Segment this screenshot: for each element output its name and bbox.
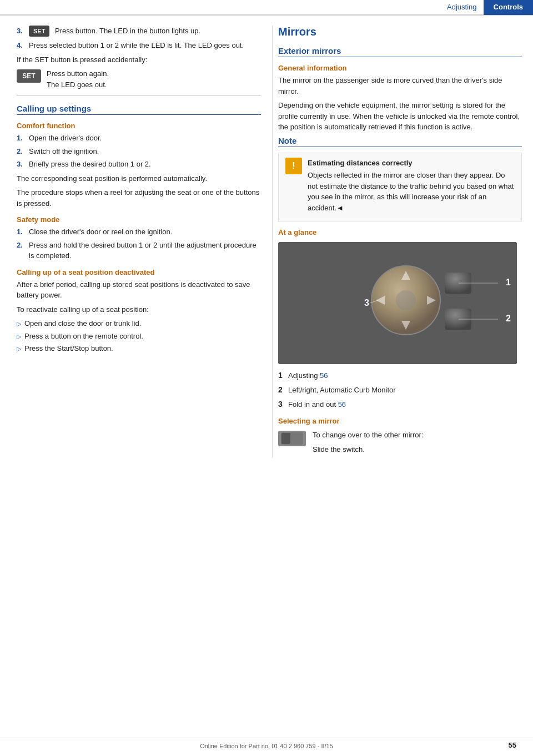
- glance-item3-link[interactable]: 56: [338, 399, 346, 410]
- set-again-block: SET Press button again. The LED goes out…: [17, 68, 261, 90]
- comfort-note1: The corresponding seat position is perfo…: [17, 173, 261, 184]
- general-text2: Depending on the vehicle equipment, the …: [278, 100, 522, 133]
- safety-list: 1. Close the driver's door or reel on th…: [17, 226, 261, 261]
- left-column: 3. SET Press button. The LED in the butt…: [0, 26, 272, 458]
- svg-text:1: 1: [506, 278, 511, 287]
- note-subtitle: Estimating distances correctly: [308, 158, 515, 169]
- mirror-svg: 1 2 3: [278, 242, 517, 364]
- calling-up-title: Calling up settings: [17, 104, 261, 115]
- comfort-note2: The procedure stops when a reel for adju…: [17, 187, 261, 209]
- set-again-text1: Press button again.: [47, 68, 109, 79]
- glance-item3-text: Fold in and out: [288, 399, 336, 410]
- comfort-title: Comfort function: [17, 122, 261, 130]
- safety-step1: 1. Close the driver's door or reel on th…: [17, 226, 261, 238]
- note-text: Objects reflected in the mirror are clos…: [308, 170, 515, 213]
- footer: Online Edition for Part no. 01 40 2 960 …: [0, 738, 533, 749]
- set-again-button[interactable]: SET: [17, 69, 41, 83]
- general-info-title: General information: [278, 64, 522, 72]
- calling-seat-title: Calling up of a seat position deactivate…: [17, 268, 261, 276]
- select-mirror-text: To change over to the other mirror: Slid…: [313, 430, 423, 458]
- selecting-text1: To change over to the other mirror:: [313, 430, 423, 441]
- note-title: Note: [278, 136, 522, 147]
- bullet3: Press the Start/Stop button.: [17, 343, 261, 354]
- glance-item2: 2 Left/right, Automatic Curb Monitor: [278, 384, 522, 396]
- calling-seat-text2: To reactivate calling up of a seat posit…: [17, 304, 261, 315]
- header-adjusting: Adjusting: [440, 0, 483, 15]
- glance-item2-text: Left/right, Automatic Curb Monitor: [288, 385, 396, 396]
- safety-title: Safety mode: [17, 215, 261, 224]
- svg-text:2: 2: [506, 314, 511, 323]
- set-again-text-block: Press button again. The LED goes out.: [47, 68, 109, 90]
- step-3-text: SET Press button. The LED in the button …: [29, 26, 261, 37]
- glance-item1-link[interactable]: 56: [320, 370, 328, 381]
- step-4-num: 4.: [17, 40, 29, 51]
- comfort-step2: 2. Switch off the ignition.: [17, 146, 261, 157]
- main-content: 3. SET Press button. The LED in the butt…: [0, 16, 533, 458]
- select-mirror-row: To change over to the other mirror: Slid…: [278, 430, 522, 458]
- general-text1: The mirror on the passenger side is more…: [278, 75, 522, 97]
- exterior-title: Exterior mirrors: [278, 46, 522, 57]
- mirrors-title: Mirrors: [278, 26, 522, 38]
- glance-item3: 3 Fold in and out 56: [278, 399, 522, 410]
- selecting-title: Selecting a mirror: [278, 417, 522, 425]
- note-box: ! Estimating distances correctly Objects…: [278, 153, 522, 222]
- comfort-list: 1. Open the driver's door. 2. Switch off…: [17, 133, 261, 170]
- calling-seat-text1: After a brief period, calling up stored …: [17, 279, 261, 301]
- safety-step2: 2. Press and hold the desired button 1 o…: [17, 240, 261, 261]
- mirror-image: 1 2 3: [278, 242, 517, 364]
- comfort-step3: 3. Briefly press the desired button 1 or…: [17, 159, 261, 170]
- header-bar: Adjusting Controls: [0, 0, 533, 16]
- warning-icon: !: [285, 158, 302, 174]
- mirror-illustration: 1 2 3: [278, 242, 517, 364]
- svg-text:3: 3: [364, 298, 369, 308]
- page-number: 55: [509, 741, 516, 749]
- step-3-row: 3. SET Press button. The LED in the butt…: [17, 26, 261, 37]
- note-content: Estimating distances correctly Objects r…: [308, 158, 515, 217]
- set-button-inline[interactable]: SET: [29, 26, 49, 37]
- step-4-row: 4. Press selected button 1 or 2 while th…: [17, 40, 261, 51]
- glance-list: 1 Adjusting 56 2 Left/right, Automatic C…: [278, 370, 522, 410]
- glance-item1: 1 Adjusting 56: [278, 370, 522, 381]
- switch-icon: [278, 431, 306, 446]
- at-glance-title: At a glance: [278, 228, 522, 236]
- glance-item1-text: Adjusting: [288, 370, 318, 381]
- divider1: [17, 95, 261, 96]
- footer-text: Online Edition for Part no. 01 40 2 960 …: [200, 743, 333, 749]
- header-controls: Controls: [484, 0, 533, 15]
- if-set-text: If the SET button is pressed accidentall…: [17, 54, 261, 65]
- selecting-text2: Slide the switch.: [313, 444, 423, 455]
- svg-rect-17: [281, 433, 290, 444]
- step-3-num: 3.: [17, 26, 29, 37]
- bullet2: Press a button on the remote control.: [17, 331, 261, 342]
- set-again-text2: The LED goes out.: [47, 79, 109, 90]
- switch-svg: [281, 432, 303, 445]
- right-column: Mirrors Exterior mirrors General informa…: [272, 26, 533, 458]
- svg-point-7: [396, 290, 416, 310]
- comfort-step1: 1. Open the driver's door.: [17, 133, 261, 144]
- reactivate-list: Open and close the door or trunk lid. Pr…: [17, 318, 261, 354]
- bullet1: Open and close the door or trunk lid.: [17, 318, 261, 329]
